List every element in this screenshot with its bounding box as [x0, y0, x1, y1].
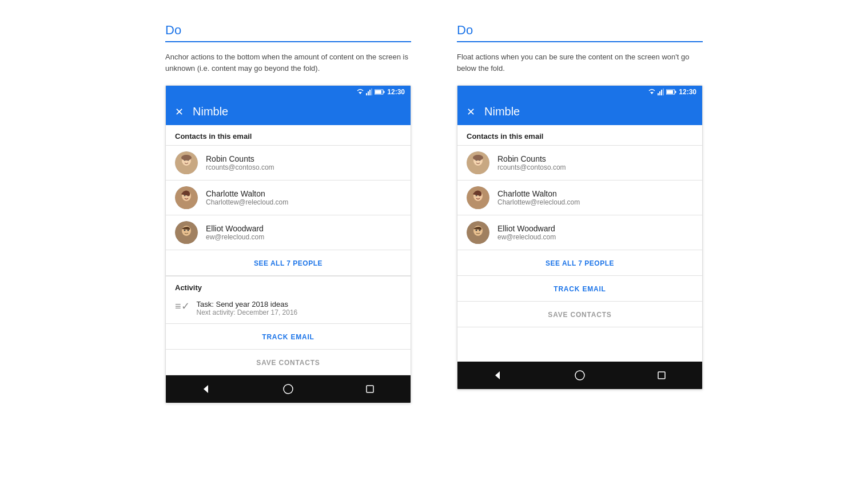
- right-contacts-header: Contacts in this email: [457, 125, 702, 145]
- status-icons: [356, 89, 385, 95]
- left-close-icon[interactable]: ✕: [175, 107, 184, 117]
- right-see-all-row[interactable]: SEE ALL 7 PEOPLE: [457, 250, 702, 276]
- left-column: Do Anchor actions to the bottom when the…: [165, 23, 411, 403]
- svg-rect-53: [658, 372, 665, 379]
- right-elliot-avatar-svg: [467, 221, 489, 244]
- left-save-contacts-link[interactable]: SAVE CONTACTS: [256, 359, 320, 367]
- right-elliot-info: Elliot Woodward ew@relecloud.com: [497, 224, 556, 241]
- right-back-icon[interactable]: [489, 368, 507, 382]
- right-track-email-link[interactable]: TRACK EMAIL: [554, 285, 606, 293]
- right-track-email-row[interactable]: TRACK EMAIL: [457, 276, 702, 302]
- svg-rect-33: [675, 91, 676, 93]
- right-avatar-charlotte: [467, 186, 489, 209]
- signal-icon: [366, 89, 373, 95]
- left-activity-header: Activity: [166, 276, 411, 294]
- left-contact-elliot[interactable]: Elliot Woodward ew@relecloud.com: [166, 215, 411, 250]
- right-save-contacts-link[interactable]: SAVE CONTACTS: [548, 311, 611, 319]
- left-save-contacts-row[interactable]: SAVE CONTACTS: [166, 350, 411, 375]
- right-elliot-email: ew@relecloud.com: [497, 233, 556, 241]
- left-title: Do: [165, 23, 411, 38]
- right-avatar-robin: [467, 151, 489, 174]
- svg-rect-1: [366, 93, 367, 95]
- right-charlotte-email: Charlottew@relecloud.com: [497, 198, 580, 206]
- svg-point-23: [188, 230, 189, 231]
- right-contact-robin[interactable]: Robin Counts rcounts@contoso.com: [457, 146, 702, 181]
- right-robin-email: rcounts@contoso.com: [497, 163, 566, 171]
- right-robin-avatar-svg: [467, 151, 489, 174]
- left-phone: 12:30 ✕ Nimble Contacts in this email: [165, 85, 411, 403]
- elliot-avatar-svg: [175, 221, 198, 244]
- left-charlotte-info: Charlotte Walton Charlottew@relecloud.co…: [206, 189, 288, 206]
- svg-point-13: [181, 155, 192, 161]
- right-empty-space: [457, 327, 702, 362]
- right-title: Do: [457, 23, 703, 38]
- left-robin-info: Robin Counts rcounts@contoso.com: [206, 154, 274, 171]
- left-time: 12:30: [387, 88, 405, 96]
- left-elliot-name: Elliot Woodward: [206, 224, 264, 233]
- left-contact-charlotte[interactable]: Charlotte Walton Charlottew@relecloud.co…: [166, 181, 411, 215]
- left-activity-item[interactable]: ≡✓ Task: Send year 2018 ideas Next activ…: [166, 294, 411, 324]
- left-content: Contacts in this email: [166, 125, 411, 375]
- charlotte-avatar-svg: [175, 186, 198, 209]
- right-see-all-link[interactable]: SEE ALL 7 PEOPLE: [546, 259, 614, 267]
- left-status-bar: 12:30: [166, 86, 411, 98]
- svg-rect-29: [659, 91, 660, 95]
- svg-rect-3: [369, 90, 371, 95]
- wifi-icon: [356, 89, 364, 95]
- right-contact-elliot[interactable]: Elliot Woodward ew@relecloud.com: [457, 215, 702, 250]
- svg-rect-7: [375, 90, 381, 94]
- left-home-icon[interactable]: [280, 382, 297, 396]
- right-home-icon[interactable]: [571, 368, 588, 382]
- right-nav-bar: [457, 362, 702, 389]
- svg-rect-28: [658, 93, 659, 95]
- svg-rect-30: [661, 90, 662, 95]
- right-content: Contacts in this email: [457, 125, 702, 362]
- svg-point-50: [479, 230, 481, 231]
- right-phone: 12:30 ✕ Nimble Contacts in this email: [457, 85, 703, 390]
- svg-rect-2: [368, 91, 369, 95]
- svg-marker-27: [650, 92, 654, 94]
- right-app-bar: ✕ Nimble: [457, 98, 702, 125]
- right-signal-icon: [658, 89, 664, 95]
- svg-rect-4: [371, 89, 372, 95]
- right-status-icons: [648, 89, 676, 95]
- left-divider: [165, 41, 411, 42]
- left-avatar-elliot: [175, 221, 198, 244]
- right-battery-icon: [666, 89, 676, 95]
- left-back-icon[interactable]: [198, 382, 215, 396]
- svg-point-52: [575, 371, 584, 380]
- right-save-contacts-row[interactable]: SAVE CONTACTS: [457, 302, 702, 327]
- left-see-all-link[interactable]: SEE ALL 7 PEOPLE: [254, 259, 322, 267]
- svg-marker-51: [495, 371, 500, 379]
- robin-avatar-svg: [175, 151, 198, 174]
- left-track-email-link[interactable]: TRACK EMAIL: [262, 333, 314, 341]
- right-close-icon[interactable]: ✕: [467, 107, 475, 117]
- right-elliot-name: Elliot Woodward: [497, 224, 556, 233]
- left-see-all-row[interactable]: SEE ALL 7 PEOPLE: [166, 250, 411, 276]
- left-track-email-row[interactable]: TRACK EMAIL: [166, 324, 411, 350]
- left-activity-icon: ≡✓: [175, 301, 190, 311]
- left-recent-icon[interactable]: [361, 382, 379, 396]
- svg-rect-26: [367, 386, 373, 392]
- right-robin-info: Robin Counts rcounts@contoso.com: [497, 154, 566, 171]
- svg-marker-0: [359, 92, 362, 94]
- left-contact-robin[interactable]: Robin Counts rcounts@contoso.com: [166, 146, 411, 181]
- left-avatar-charlotte: [175, 186, 198, 209]
- svg-point-22: [184, 230, 186, 231]
- left-description: Anchor actions to the bottom when the am…: [165, 51, 411, 74]
- svg-point-25: [284, 384, 293, 394]
- left-elliot-info: Elliot Woodward ew@relecloud.com: [206, 224, 264, 241]
- right-contact-charlotte[interactable]: Charlotte Walton Charlottew@relecloud.co…: [457, 181, 702, 215]
- left-elliot-email: ew@relecloud.com: [206, 233, 264, 241]
- left-task-sub: Next activity: December 17, 2016: [197, 308, 298, 316]
- svg-rect-6: [384, 91, 385, 93]
- svg-rect-34: [667, 90, 673, 94]
- right-avatar-elliot: [467, 221, 489, 244]
- right-recent-icon[interactable]: [653, 368, 670, 382]
- svg-point-40: [473, 155, 483, 161]
- left-nav-bar: [166, 375, 411, 403]
- right-wifi-icon: [648, 89, 656, 95]
- left-robin-email: rcounts@contoso.com: [206, 163, 274, 171]
- right-column: Do Float actions when you can be sure th…: [457, 23, 703, 403]
- left-app-title: Nimble: [193, 105, 228, 118]
